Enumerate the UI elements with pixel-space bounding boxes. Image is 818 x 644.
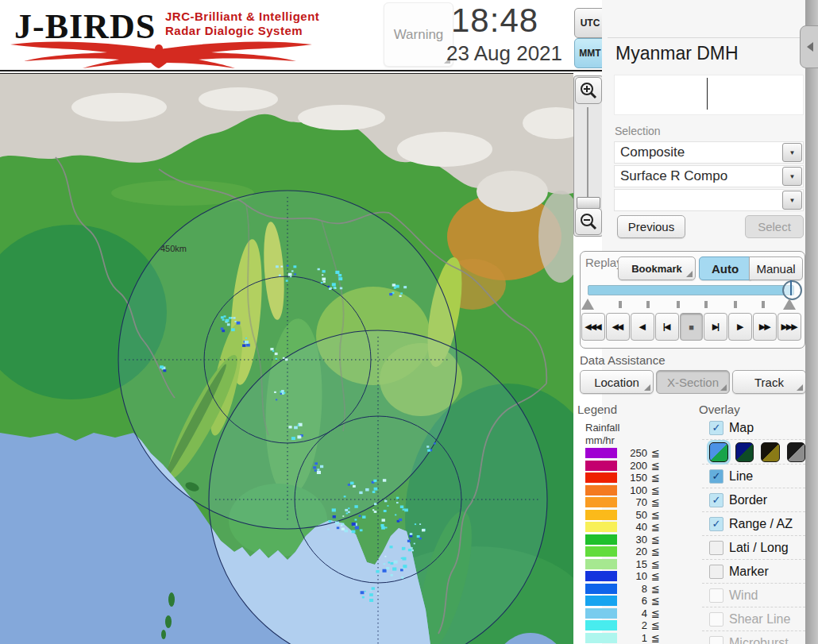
xsection-button[interactable]: X-Section	[656, 370, 730, 394]
warning-button[interactable]: Warning	[384, 2, 453, 67]
message-box[interactable]	[614, 75, 804, 115]
replay-range-start-marker[interactable]	[581, 299, 594, 310]
rewind-fast-button[interactable]: ◀◀◀	[581, 313, 605, 341]
replay-slider-handle[interactable]	[782, 280, 802, 300]
legend-unit-label: Rainfall	[585, 422, 619, 434]
legend-row: 4≦	[584, 608, 683, 619]
legend-value: 6	[617, 595, 647, 607]
map-style-swatch-2[interactable]	[735, 442, 754, 462]
marker-checkbox[interactable]	[709, 565, 723, 579]
category-dropdown-value: Composite	[615, 145, 782, 160]
overlay-section-label: Overlay	[699, 403, 740, 416]
timezone-utc-button[interactable]: UTC	[574, 8, 606, 38]
zoom-out-button[interactable]	[575, 208, 602, 235]
play-button[interactable]: ▶	[728, 313, 752, 341]
location-button[interactable]: Location	[580, 370, 654, 394]
legend-value: 70	[617, 496, 647, 508]
legend-comparator: ≦	[647, 484, 660, 496]
legend-value: 4	[617, 607, 647, 619]
legend-row: 250≦	[584, 448, 683, 458]
menu-corner-icon	[797, 384, 803, 391]
lati-long-checkbox[interactable]	[709, 541, 723, 555]
legend-value: 8	[617, 583, 647, 595]
legend-color-swatch	[585, 596, 617, 606]
range-distance-label: 450km	[160, 244, 187, 253]
logo-tagline: Radar Dialogic System	[165, 24, 303, 37]
legend-value: 250	[617, 447, 647, 459]
replay-range-end-marker[interactable]	[783, 299, 796, 310]
wind-label: Wind	[729, 588, 758, 603]
rewind-button[interactable]: ◀◀	[606, 313, 630, 341]
previous-button[interactable]: Previous	[617, 215, 685, 238]
replay-slider-track[interactable]	[588, 285, 794, 295]
border-checkbox[interactable]: ✓	[709, 493, 723, 507]
replay-manual-button[interactable]: Manual	[749, 256, 803, 280]
panel-scroll-strip[interactable]	[805, 0, 818, 644]
product-dropdown-value: Surface R Compo	[615, 168, 782, 184]
menu-corner-icon	[686, 271, 693, 277]
replay-slider-tick	[734, 301, 737, 308]
chevron-down-icon[interactable]: ▼	[782, 167, 802, 186]
forward-fast-button[interactable]: ▶▶▶	[777, 313, 801, 341]
bookmark-button[interactable]: Bookmark	[618, 256, 696, 280]
legend-color-swatch	[585, 534, 617, 545]
zoom-in-icon	[580, 82, 597, 99]
zoom-in-button[interactable]	[575, 77, 602, 104]
legend-value: 150	[617, 472, 647, 484]
play-reverse-button[interactable]: ◀	[631, 313, 654, 341]
site-title: Myanmar DMH	[615, 43, 739, 64]
replay-section-label: Replay	[585, 256, 623, 269]
location-button-label: Location	[594, 376, 639, 389]
panel-collapse-button[interactable]	[800, 25, 818, 68]
legend-row: 70≦	[584, 497, 683, 507]
legend-value: 1	[617, 632, 647, 644]
stop-button[interactable]: ■	[680, 313, 704, 341]
legend-row: 100≦	[584, 485, 683, 496]
playback-controls: ◀◀◀◀◀◀|◀■▶|▶▶▶▶▶▶	[581, 313, 801, 341]
radar-map[interactable]: 450km	[0, 73, 573, 644]
forward-button[interactable]: ▶▶	[753, 313, 777, 341]
map-style-swatch-4[interactable]	[787, 442, 806, 462]
map-checkbox[interactable]: ✓	[709, 421, 723, 435]
overlay-row-map: ✓Map	[702, 416, 805, 439]
legend-value: 20	[617, 546, 647, 557]
legend-color-swatch	[585, 620, 617, 631]
option-dropdown: ▼	[614, 189, 804, 211]
step-forward-button[interactable]: ▶|	[704, 313, 727, 341]
collapse-arrow-icon	[807, 42, 813, 52]
map-style-swatch-3[interactable]	[761, 442, 780, 462]
legend-value: 30	[617, 534, 647, 546]
selection-section-label: Selection	[615, 125, 661, 137]
zoom-slider-track[interactable]	[587, 107, 588, 199]
step-back-button[interactable]: |◀	[655, 313, 679, 341]
overlay-row-line: ✓Line	[702, 464, 805, 488]
select-button[interactable]: Select	[745, 215, 804, 238]
legend-row: 10≦	[584, 571, 683, 581]
timezone-mmt-button[interactable]: MMT	[574, 38, 606, 68]
line-checkbox[interactable]: ✓	[709, 469, 723, 484]
legend-color-swatch	[585, 584, 617, 594]
chevron-down-icon[interactable]: ▼	[782, 143, 802, 162]
legend-row: 2≦	[584, 620, 683, 631]
legend-value: 40	[617, 521, 647, 533]
microburst-label: Microburst	[729, 636, 789, 644]
map-style-swatch-1[interactable]	[709, 442, 728, 462]
clock-time: 18:48	[451, 2, 570, 40]
range-az-checkbox[interactable]: ✓	[709, 517, 723, 531]
logo-tagline: JRC-Brilliant & Intelligent	[165, 10, 319, 23]
legend-value: 50	[617, 509, 647, 521]
chevron-down-icon[interactable]: ▼	[782, 191, 802, 210]
menu-corner-icon	[644, 384, 650, 391]
track-button[interactable]: Track	[732, 370, 806, 394]
legend-section-label: Legend	[577, 403, 617, 416]
legend-row: 1≦	[584, 633, 683, 643]
legend-color-swatch	[585, 633, 617, 643]
legend-color-swatch	[585, 510, 617, 520]
replay-slider-tick	[677, 301, 680, 308]
replay-auto-button[interactable]: Auto	[699, 256, 751, 280]
legend-comparator: ≦	[647, 534, 660, 546]
map-label: Map	[729, 421, 754, 435]
zoom-slider-handle[interactable]	[577, 197, 600, 209]
legend-color-swatch	[585, 608, 617, 619]
map-style-row	[702, 439, 805, 464]
